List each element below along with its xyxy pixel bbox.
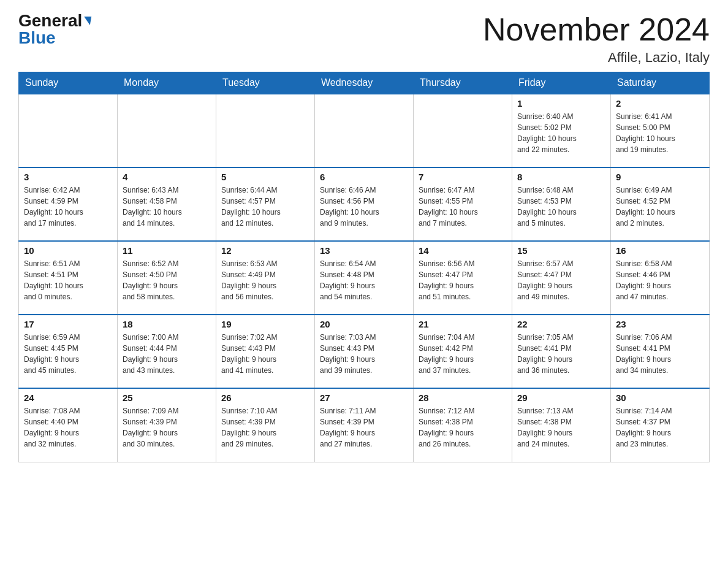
day-info: Sunrise: 6:41 AM Sunset: 5:00 PM Dayligh… (616, 111, 704, 155)
day-info: Sunrise: 6:40 AM Sunset: 5:02 PM Dayligh… (517, 111, 605, 155)
calendar-cell: 11Sunrise: 6:52 AM Sunset: 4:50 PM Dayli… (118, 241, 216, 315)
day-number: 14 (419, 245, 507, 256)
calendar-cell: 7Sunrise: 6:47 AM Sunset: 4:55 PM Daylig… (414, 167, 512, 241)
day-number: 28 (419, 393, 507, 403)
calendar-cell: 29Sunrise: 7:13 AM Sunset: 4:38 PM Dayli… (512, 388, 611, 462)
calendar-cell: 9Sunrise: 6:49 AM Sunset: 4:52 PM Daylig… (611, 167, 710, 241)
calendar-cell: 10Sunrise: 6:51 AM Sunset: 4:51 PM Dayli… (19, 241, 118, 315)
day-number: 23 (616, 319, 704, 329)
day-number: 4 (123, 172, 211, 182)
day-info: Sunrise: 6:43 AM Sunset: 4:58 PM Dayligh… (123, 185, 211, 229)
day-number: 2 (616, 98, 704, 109)
calendar-cell: 30Sunrise: 7:14 AM Sunset: 4:37 PM Dayli… (611, 388, 710, 462)
day-number: 27 (320, 393, 408, 403)
day-number: 19 (221, 319, 309, 329)
day-info: Sunrise: 6:56 AM Sunset: 4:47 PM Dayligh… (419, 258, 507, 302)
calendar-cell (118, 94, 216, 167)
day-number: 10 (24, 245, 112, 256)
day-number: 12 (221, 245, 309, 256)
day-info: Sunrise: 7:10 AM Sunset: 4:39 PM Dayligh… (221, 405, 309, 450)
header-sunday: Sunday (19, 72, 118, 94)
day-info: Sunrise: 7:04 AM Sunset: 4:42 PM Dayligh… (419, 332, 507, 376)
calendar-cell: 27Sunrise: 7:11 AM Sunset: 4:39 PM Dayli… (315, 388, 414, 462)
day-info: Sunrise: 7:00 AM Sunset: 4:44 PM Dayligh… (123, 332, 211, 376)
day-number: 22 (517, 319, 605, 329)
calendar-week-row: 3Sunrise: 6:42 AM Sunset: 4:59 PM Daylig… (19, 167, 710, 241)
day-info: Sunrise: 6:59 AM Sunset: 4:45 PM Dayligh… (24, 332, 112, 376)
day-number: 11 (123, 245, 211, 256)
calendar-week-row: 17Sunrise: 6:59 AM Sunset: 4:45 PM Dayli… (19, 315, 710, 388)
calendar-cell (414, 94, 512, 167)
day-info: Sunrise: 6:46 AM Sunset: 4:56 PM Dayligh… (320, 185, 408, 229)
day-info: Sunrise: 6:52 AM Sunset: 4:50 PM Dayligh… (123, 258, 211, 302)
day-number: 17 (24, 319, 112, 329)
calendar-cell: 16Sunrise: 6:58 AM Sunset: 4:46 PM Dayli… (611, 241, 710, 315)
day-number: 13 (320, 245, 408, 256)
day-info: Sunrise: 6:57 AM Sunset: 4:47 PM Dayligh… (517, 258, 605, 302)
calendar-cell: 13Sunrise: 6:54 AM Sunset: 4:48 PM Dayli… (315, 241, 414, 315)
day-info: Sunrise: 7:12 AM Sunset: 4:38 PM Dayligh… (419, 405, 507, 450)
day-number: 15 (517, 245, 605, 256)
calendar-cell: 3Sunrise: 6:42 AM Sunset: 4:59 PM Daylig… (19, 167, 118, 241)
calendar-cell: 6Sunrise: 6:46 AM Sunset: 4:56 PM Daylig… (315, 167, 414, 241)
calendar-cell: 4Sunrise: 6:43 AM Sunset: 4:58 PM Daylig… (118, 167, 216, 241)
day-number: 9 (616, 172, 704, 182)
day-number: 20 (320, 319, 408, 329)
weekday-header-row: Sunday Monday Tuesday Wednesday Thursday… (19, 72, 710, 94)
day-info: Sunrise: 6:44 AM Sunset: 4:57 PM Dayligh… (221, 185, 309, 229)
logo-blue-text: Blue (18, 29, 56, 47)
day-info: Sunrise: 7:14 AM Sunset: 4:37 PM Dayligh… (616, 405, 704, 450)
day-info: Sunrise: 6:58 AM Sunset: 4:46 PM Dayligh… (616, 258, 704, 302)
calendar-cell: 2Sunrise: 6:41 AM Sunset: 5:00 PM Daylig… (611, 94, 710, 167)
day-number: 1 (517, 98, 605, 109)
calendar-cell: 1Sunrise: 6:40 AM Sunset: 5:02 PM Daylig… (512, 94, 611, 167)
page-header: General Blue November 2024 Affile, Lazio… (18, 12, 710, 66)
header-friday: Friday (512, 72, 611, 94)
day-info: Sunrise: 6:48 AM Sunset: 4:53 PM Dayligh… (517, 185, 605, 229)
day-info: Sunrise: 7:11 AM Sunset: 4:39 PM Dayligh… (320, 405, 408, 450)
header-monday: Monday (118, 72, 216, 94)
calendar-cell: 12Sunrise: 6:53 AM Sunset: 4:49 PM Dayli… (216, 241, 315, 315)
calendar-week-row: 1Sunrise: 6:40 AM Sunset: 5:02 PM Daylig… (19, 94, 710, 167)
day-info: Sunrise: 7:05 AM Sunset: 4:41 PM Dayligh… (517, 332, 605, 376)
calendar-cell: 19Sunrise: 7:02 AM Sunset: 4:43 PM Dayli… (216, 315, 315, 388)
day-number: 8 (517, 172, 605, 182)
calendar-cell: 28Sunrise: 7:12 AM Sunset: 4:38 PM Dayli… (414, 388, 512, 462)
day-info: Sunrise: 7:09 AM Sunset: 4:39 PM Dayligh… (123, 405, 211, 450)
day-info: Sunrise: 6:51 AM Sunset: 4:51 PM Dayligh… (24, 258, 112, 302)
day-number: 6 (320, 172, 408, 182)
location-text: Affile, Lazio, Italy (483, 50, 710, 66)
day-number: 3 (24, 172, 112, 182)
calendar-cell: 15Sunrise: 6:57 AM Sunset: 4:47 PM Dayli… (512, 241, 611, 315)
header-saturday: Saturday (611, 72, 710, 94)
month-title: November 2024 (483, 12, 710, 47)
calendar-cell: 5Sunrise: 6:44 AM Sunset: 4:57 PM Daylig… (216, 167, 315, 241)
header-thursday: Thursday (414, 72, 512, 94)
calendar-cell: 17Sunrise: 6:59 AM Sunset: 4:45 PM Dayli… (19, 315, 118, 388)
day-number: 7 (419, 172, 507, 182)
day-number: 5 (221, 172, 309, 182)
day-number: 24 (24, 393, 112, 403)
day-info: Sunrise: 6:47 AM Sunset: 4:55 PM Dayligh… (419, 185, 507, 229)
calendar-table: Sunday Monday Tuesday Wednesday Thursday… (18, 72, 710, 462)
day-number: 18 (123, 319, 211, 329)
calendar-cell: 26Sunrise: 7:10 AM Sunset: 4:39 PM Dayli… (216, 388, 315, 462)
day-info: Sunrise: 7:02 AM Sunset: 4:43 PM Dayligh… (221, 332, 309, 376)
day-number: 16 (616, 245, 704, 256)
logo-arrow-icon (83, 17, 91, 25)
header-tuesday: Tuesday (216, 72, 315, 94)
calendar-cell (19, 94, 118, 167)
calendar-cell (216, 94, 315, 167)
logo-general-text: General (18, 12, 82, 29)
calendar-cell: 24Sunrise: 7:08 AM Sunset: 4:40 PM Dayli… (19, 388, 118, 462)
calendar-week-row: 24Sunrise: 7:08 AM Sunset: 4:40 PM Dayli… (19, 388, 710, 462)
calendar-week-row: 10Sunrise: 6:51 AM Sunset: 4:51 PM Dayli… (19, 241, 710, 315)
calendar-cell: 25Sunrise: 7:09 AM Sunset: 4:39 PM Dayli… (118, 388, 216, 462)
day-number: 25 (123, 393, 211, 403)
day-info: Sunrise: 7:06 AM Sunset: 4:41 PM Dayligh… (616, 332, 704, 376)
calendar-cell: 22Sunrise: 7:05 AM Sunset: 4:41 PM Dayli… (512, 315, 611, 388)
day-info: Sunrise: 7:03 AM Sunset: 4:43 PM Dayligh… (320, 332, 408, 376)
day-number: 26 (221, 393, 309, 403)
day-number: 30 (616, 393, 704, 403)
calendar-cell: 23Sunrise: 7:06 AM Sunset: 4:41 PM Dayli… (611, 315, 710, 388)
